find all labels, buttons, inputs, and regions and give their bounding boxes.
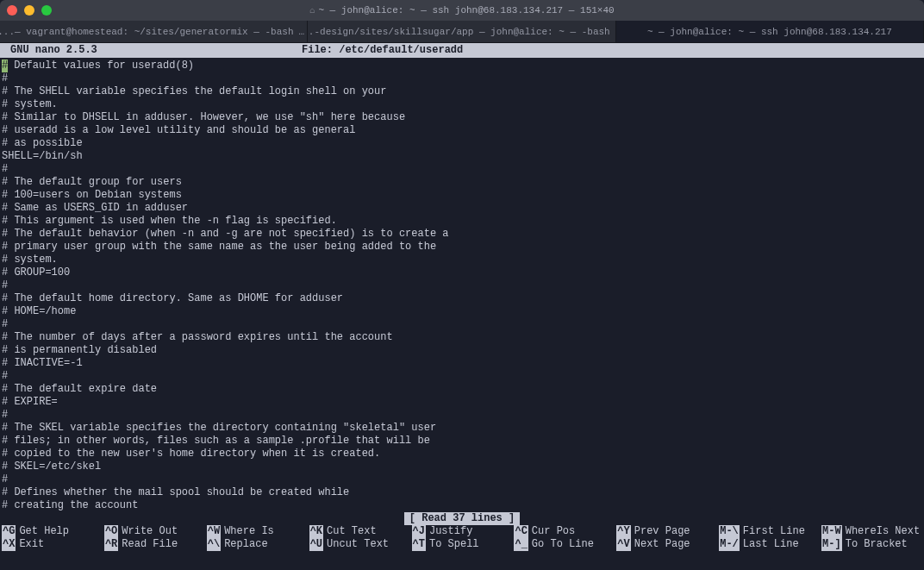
- shortcut-key: ^G: [2, 525, 16, 538]
- editor-line: # The default home directory. Same as DH…: [0, 292, 924, 305]
- tab-3-active[interactable]: ~ — john@alice: ~ — ssh john@68.183.134.…: [616, 21, 924, 42]
- tab-1[interactable]: ...— vagrant@homestead: ~/sites/generato…: [0, 21, 308, 42]
- window-titlebar: ⌂ ~ — john@alice: ~ — ssh john@68.183.13…: [0, 0, 924, 21]
- tab-label: ~ — john@alice: ~ — ssh john@68.183.134.…: [647, 27, 892, 37]
- tab-label: ...-design/sites/skillsugar/app — john@a…: [308, 27, 609, 37]
- shortcut-prev-page: ^YPrev Page: [616, 525, 719, 538]
- editor-line: # This argument is used when the -n flag…: [0, 215, 924, 228]
- tab-overflow-icon: …: [294, 27, 309, 37]
- shortcut-label: Last Line: [743, 538, 799, 551]
- shortcut-cut-text: ^KCut Text: [309, 525, 412, 538]
- shortcut-label: To Spell: [429, 538, 479, 551]
- editor-line: # files; in other words, files such as a…: [0, 435, 924, 448]
- shortcut-replace: ^\Replace: [207, 538, 309, 551]
- editor-line: # INACTIVE=-1: [0, 357, 924, 370]
- editor-line: # as possible: [0, 137, 924, 150]
- editor-line: #: [0, 163, 924, 176]
- shortcut-next-page: ^VNext Page: [616, 538, 719, 551]
- editor-line: SHELL=/bin/sh: [0, 150, 924, 163]
- editor-line: #: [0, 370, 924, 383]
- shortcut-go-to-line: ^_Go To Line: [514, 538, 616, 551]
- shortcut-cur-pos: ^CCur Pos: [514, 525, 616, 538]
- shortcut-label: WhereIs Next: [846, 525, 920, 538]
- cursor: #: [2, 60, 8, 72]
- shortcut-key: ^C: [514, 525, 528, 538]
- shortcut-key: ^\: [207, 538, 221, 551]
- editor-line: # The number of days after a password ex…: [0, 331, 924, 344]
- editor-line: # copied to the new user's home director…: [0, 448, 924, 460]
- shortcut-label: Write Out: [122, 525, 178, 538]
- editor-line: # system.: [0, 254, 924, 266]
- shortcut-key: ^X: [2, 538, 16, 551]
- editor-line: # Similar to DHSELL in adduser. However,…: [0, 111, 924, 124]
- shortcut-key: M-\: [719, 525, 740, 538]
- editor-line: # The SHELL variable specifies the defau…: [0, 85, 924, 98]
- shortcut-key: ^W: [207, 525, 221, 538]
- shortcut-get-help: ^GGet Help: [2, 525, 104, 538]
- shortcut-justify: ^JJustify: [412, 525, 515, 538]
- shortcut-key: M-]: [821, 538, 842, 551]
- editor-line: # The default expire date: [0, 383, 924, 396]
- shortcut-label: Get Help: [19, 525, 69, 538]
- tab-2[interactable]: ...-design/sites/skillsugar/app — john@a…: [308, 21, 615, 42]
- shortcut-label: Justify: [429, 525, 472, 538]
- editor-line: # GROUP=100: [0, 266, 924, 279]
- tab-label: ...— vagrant@homestead: ~/sites/generato…: [0, 27, 294, 37]
- shortcut-write-out: ^OWrite Out: [104, 525, 207, 538]
- shortcut-label: Read File: [122, 538, 178, 551]
- shortcut-whereis-next: M-WWhereIs Next: [821, 525, 924, 538]
- editor-line: # useradd is a low level utility and sho…: [0, 124, 924, 137]
- shortcut-key: M-W: [821, 525, 842, 538]
- shortcut-label: Cur Pos: [532, 525, 575, 538]
- shortcut-label: Replace: [224, 538, 267, 551]
- nano-header: GNU nano 2.5.3 File: /etc/default/userad…: [0, 43, 924, 58]
- shortcut-to-bracket: M-]To Bracket: [821, 538, 924, 551]
- shortcut-label: To Bracket: [846, 538, 908, 551]
- shortcut-uncut-text: ^UUncut Text: [309, 538, 412, 551]
- editor-line: #: [0, 72, 924, 85]
- shortcut-where-is: ^WWhere Is: [207, 525, 309, 538]
- shortcut-label: Exit: [19, 538, 44, 551]
- editor-line: # system.: [0, 98, 924, 111]
- shortcut-key: ^V: [616, 538, 630, 551]
- line-text: Default values for useradd(8): [8, 60, 194, 72]
- editor-area[interactable]: # Default values for useradd(8) # # The …: [0, 58, 924, 512]
- shortcut-key: ^K: [309, 525, 323, 538]
- nano-version: GNU nano 2.5.3: [0, 43, 302, 58]
- editor-line: #: [0, 409, 924, 422]
- tab-overflow-icon: …: [610, 27, 616, 37]
- shortcut-key: ^_: [514, 538, 528, 551]
- shortcut-label: Go To Line: [532, 538, 594, 551]
- shortcut-label: Cut Text: [327, 525, 377, 538]
- editor-line: # The default behavior (when -n and -g a…: [0, 228, 924, 241]
- shortcut-exit: ^XExit: [2, 538, 104, 551]
- home-icon: ⌂: [309, 6, 315, 16]
- editor-line: # Same as USERS_GID in adduser: [0, 202, 924, 215]
- status-badge: [ Read 37 lines ]: [404, 512, 520, 525]
- shortcut-first-line: M-\First Line: [719, 525, 821, 538]
- editor-line: #: [0, 473, 924, 486]
- editor-line: # creating the account: [0, 499, 924, 512]
- editor-line: #: [0, 279, 924, 292]
- maximize-window-button[interactable]: [41, 5, 52, 16]
- shortcut-read-file: ^RRead File: [104, 538, 207, 551]
- shortcut-key: ^R: [104, 538, 118, 551]
- editor-line: # HOME=/home: [0, 305, 924, 318]
- status-line: [ Read 37 lines ]: [0, 512, 924, 525]
- editor-line: # 100=users on Debian systems: [0, 189, 924, 202]
- shortcut-key: ^J: [412, 525, 426, 538]
- shortcut-key: M-/: [719, 538, 740, 551]
- editor-line: # primary user group with the same name …: [0, 241, 924, 254]
- shortcut-key: ^U: [309, 538, 323, 551]
- window-title: ⌂ ~ — john@alice: ~ — ssh john@68.183.13…: [309, 5, 614, 16]
- shortcut-to-spell: ^TTo Spell: [412, 538, 515, 551]
- minimize-window-button[interactable]: [24, 5, 34, 16]
- editor-line: # SKEL=/etc/skel: [0, 460, 924, 473]
- close-window-button[interactable]: [7, 5, 17, 16]
- shortcut-help: ^GGet Help ^OWrite Out ^WWhere Is ^KCut …: [0, 525, 924, 551]
- shortcut-label: Next Page: [634, 538, 690, 551]
- editor-line: #: [0, 318, 924, 331]
- traffic-lights: [7, 5, 52, 16]
- editor-line: # The SKEL variable specifies the direct…: [0, 422, 924, 435]
- shortcut-key: ^O: [104, 525, 118, 538]
